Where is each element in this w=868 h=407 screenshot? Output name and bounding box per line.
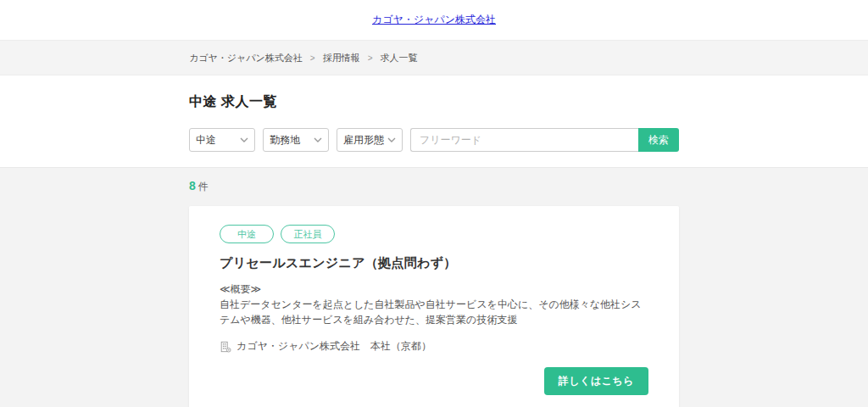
- job-tags: 中途 正社員: [220, 225, 648, 243]
- result-count-number: 8: [189, 179, 196, 192]
- chevron-down-icon: [240, 137, 248, 142]
- job-summary-heading: ≪概要≫: [220, 283, 261, 295]
- breadcrumb-item-recruit[interactable]: 採用情報: [323, 52, 360, 64]
- select-employment-type-value: 雇用形態: [343, 133, 384, 148]
- select-career-type[interactable]: 中途: [189, 128, 255, 152]
- tag-midcareer: 中途: [220, 225, 274, 243]
- tag-fulltime: 正社員: [281, 225, 335, 243]
- breadcrumb: カゴヤ・ジャパン株式会社 > 採用情報 > 求人一覧: [0, 41, 868, 75]
- job-summary: ≪概要≫ 自社データセンターを起点とした自社製品や自社サービスを中心に、その他様…: [220, 282, 648, 327]
- job-company-location: カゴヤ・ジャパン株式会社 本社（京都）: [220, 339, 648, 354]
- filter-row: 中途 勤務地 雇用形態 検索: [189, 128, 679, 152]
- breadcrumb-item-current: 求人一覧: [381, 52, 418, 64]
- breadcrumb-item-home[interactable]: カゴヤ・ジャパン株式会社: [189, 52, 303, 64]
- results-section: 8件 中途 正社員 プリセールスエンジニア（拠点問わず） ≪概要≫ 自社データセ…: [0, 168, 868, 407]
- search-button[interactable]: 検索: [638, 128, 679, 152]
- result-count: 8件: [189, 179, 679, 194]
- result-count-unit: 件: [198, 181, 209, 192]
- site-header: カゴヤ・ジャパン株式会社: [0, 0, 868, 41]
- job-company-text: カゴヤ・ジャパン株式会社 本社（京都）: [236, 339, 431, 354]
- chevron-down-icon: [387, 137, 396, 142]
- detail-button[interactable]: 詳しくはこちら: [544, 367, 648, 395]
- card-actions: 詳しくはこちら: [220, 367, 648, 395]
- building-icon: [220, 341, 231, 353]
- keyword-input[interactable]: [410, 128, 638, 152]
- select-career-type-value: 中途: [196, 133, 216, 148]
- breadcrumb-separator: >: [310, 53, 315, 63]
- select-employment-type[interactable]: 雇用形態: [337, 128, 403, 152]
- select-location-value: 勤務地: [270, 133, 300, 148]
- breadcrumb-separator: >: [368, 53, 373, 63]
- select-location[interactable]: 勤務地: [263, 128, 329, 152]
- page: カゴヤ・ジャパン株式会社 カゴヤ・ジャパン株式会社 > 採用情報 > 求人一覧 …: [0, 0, 868, 407]
- job-card: 中途 正社員 プリセールスエンジニア（拠点問わず） ≪概要≫ 自社データセンター…: [189, 206, 679, 407]
- job-title: プリセールスエンジニア（拠点問わず）: [220, 255, 648, 271]
- site-home-link[interactable]: カゴヤ・ジャパン株式会社: [372, 13, 496, 27]
- chevron-down-icon: [314, 137, 322, 142]
- filter-section: 中途 求人一覧 中途 勤務地 雇用形態 検索: [0, 75, 868, 168]
- job-summary-body: 自社データセンターを起点とした自社製品や自社サービスを中心に、その他様々な他社シ…: [220, 298, 642, 326]
- page-title: 中途 求人一覧: [189, 93, 679, 111]
